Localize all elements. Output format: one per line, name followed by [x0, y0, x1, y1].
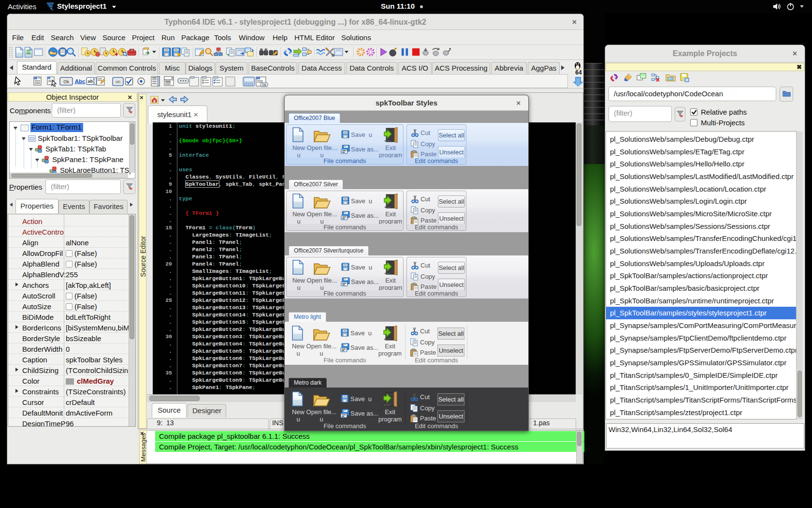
- svg-text:Ok: Ok: [262, 83, 266, 87]
- svg-text:on: on: [116, 79, 120, 84]
- svg-text:Abc: Abc: [75, 78, 86, 84]
- svg-text:ab: ab: [87, 79, 93, 84]
- svg-text:Ok: Ok: [63, 79, 69, 84]
